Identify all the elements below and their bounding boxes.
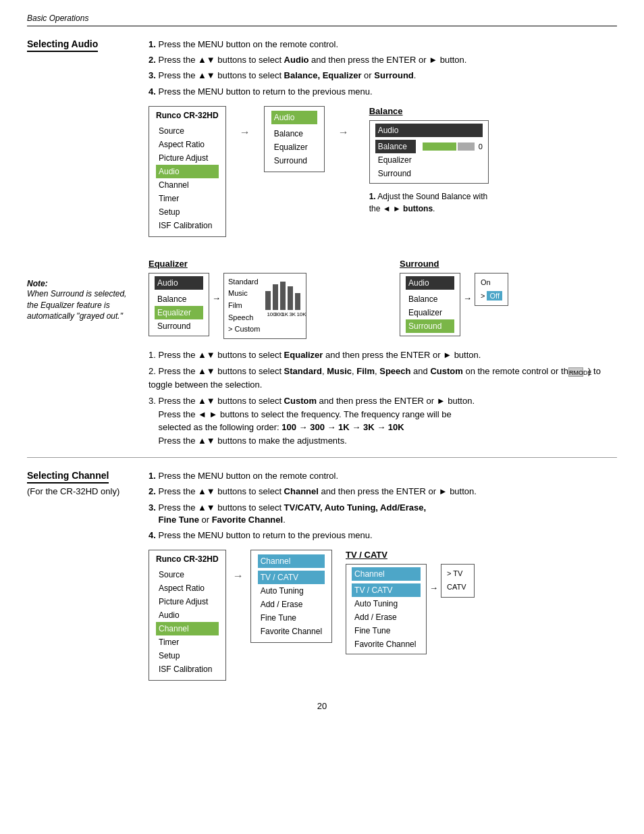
surround-sub-surround: Surround bbox=[406, 319, 454, 333]
tv-catv-adderase: Add / Erase bbox=[352, 610, 421, 624]
tv-catv-favorite: Favorite Channel bbox=[352, 637, 421, 651]
bar-3k bbox=[288, 286, 293, 310]
eq-step-1: 1. Press the ▲▼ buttons to select Equali… bbox=[149, 348, 617, 362]
menu-item-picture: Picture Adjust bbox=[156, 151, 219, 165]
surround-section: Surround Audio Balance Equalizer Surroun… bbox=[400, 259, 617, 339]
ch-menu-timer: Timer bbox=[156, 635, 219, 649]
eq-opt-standard: Standard bbox=[228, 276, 260, 288]
eq-opt-speech: Speech bbox=[228, 312, 260, 324]
tv-catv-tvcatv: TV / CATV bbox=[352, 583, 421, 597]
audio-sub-balance: Balance bbox=[271, 127, 317, 140]
surround-arrow: → bbox=[463, 273, 472, 303]
eq-submenu: Audio Balance Equalizer Surround bbox=[149, 273, 209, 336]
surround-sub-equalizer: Equalizer bbox=[406, 306, 454, 319]
audio-step-1: 1. Press the MENU button on the remote c… bbox=[149, 38, 617, 51]
bar-10k bbox=[295, 293, 300, 310]
balance-equalizer: Equalizer bbox=[375, 153, 483, 167]
arrow-1: → bbox=[240, 106, 250, 138]
tv-opt-tv: > TV bbox=[447, 567, 468, 581]
ch-arrow-1: → bbox=[233, 550, 244, 582]
audio-submenu-box: Audio Balance Equalizer Surround bbox=[264, 106, 325, 172]
bar-300 bbox=[273, 284, 278, 310]
tv-catv-options: > TV CATV bbox=[441, 564, 475, 598]
channel-diagrams: Runco CR-32HD Source Aspect Ratio Pictur… bbox=[149, 550, 617, 681]
ch-menu-picture: Picture Adjust bbox=[156, 595, 219, 608]
tv-catv-header: Channel bbox=[352, 567, 421, 581]
channel-step-1: 1. Press the MENU button on the remote c… bbox=[149, 470, 617, 482]
surround-opt-off: > Off bbox=[481, 290, 502, 303]
ch-menu-audio: Audio bbox=[156, 608, 219, 622]
note-box: Note: When Surround is selected, the Equ… bbox=[27, 279, 135, 322]
audio-sub-equalizer: Equalizer bbox=[271, 140, 317, 154]
tv-catv-finetune: Fine Tune bbox=[352, 624, 421, 637]
audio-sub-surround: Surround bbox=[271, 154, 317, 167]
section-divider bbox=[27, 457, 617, 458]
eq-surround-content: Equalizer Audio Balance Equalizer Surrou… bbox=[149, 259, 617, 450]
surround-diagram: Audio Balance Equalizer Surround → On > … bbox=[400, 273, 617, 336]
freq-3k: 3K bbox=[289, 311, 294, 317]
surround-title: Surround bbox=[400, 259, 617, 269]
tv-catv-autotuning: Auto Tuning bbox=[352, 597, 421, 610]
eq-bars-box: Standard Music Film Speech > Custom bbox=[223, 273, 306, 339]
eq-opt-music: Music bbox=[228, 288, 260, 300]
balance-title: Balance bbox=[369, 106, 489, 116]
surround-off-hl: Off bbox=[487, 291, 502, 301]
eq-options: Standard Music Film Speech > Custom bbox=[228, 276, 260, 336]
eq-freq-labels: 100 300 1K 3K 10K bbox=[265, 311, 302, 317]
bar-100 bbox=[265, 291, 271, 310]
freq-300: 300 bbox=[274, 311, 279, 317]
section-label-col: Selecting Audio bbox=[27, 38, 149, 248]
tv-catv-section: TV / CATV Channel TV / CATV Auto Tuning … bbox=[346, 550, 475, 654]
note-title: Note: bbox=[27, 279, 135, 288]
eq-opt-custom: > Custom bbox=[228, 323, 260, 336]
tv-opt-catv: CATV bbox=[447, 581, 468, 594]
audio-step-2: 2. Press the ▲▼ buttons to select Audio … bbox=[149, 54, 617, 66]
header-text: Basic Operations bbox=[27, 14, 88, 23]
menu-item-setup: Setup bbox=[156, 205, 219, 219]
channel-main-menu-container: Runco CR-32HD Source Aspect Ratio Pictur… bbox=[149, 550, 226, 681]
menu-item-source: Source bbox=[156, 124, 219, 138]
ch-menu-channel: Channel bbox=[156, 622, 219, 635]
selecting-channel-title: Selecting Channel bbox=[27, 470, 109, 484]
eq-title: Equalizer bbox=[149, 259, 366, 269]
page-number: 20 bbox=[27, 701, 617, 711]
surround-options: On > Off bbox=[475, 273, 508, 307]
channel-content: 1. Press the MENU button on the remote c… bbox=[149, 470, 617, 681]
channel-submenu-title: Channel bbox=[258, 554, 325, 568]
channel-label-col: Selecting Channel (For the CR-32HD only) bbox=[27, 470, 149, 681]
eq-surround-section: Note: When Surround is selected, the Equ… bbox=[27, 259, 617, 450]
freq-10k: 10K bbox=[296, 311, 302, 317]
selecting-audio-section: Selecting Audio 1. Press the MENU button… bbox=[27, 38, 617, 248]
channel-submenu: Channel TV / CATV Auto Tuning Add / Eras… bbox=[250, 550, 332, 643]
audio-instructions: 1. Press the MENU button on the remote c… bbox=[149, 38, 617, 98]
main-menu-box: Runco CR-32HD Source Aspect Ratio Pictur… bbox=[149, 106, 226, 237]
balance-panel: Balance Audio Balance 0 Equalizer Surrou… bbox=[369, 106, 489, 215]
audio-step-4: 4. Press the MENU button to return to th… bbox=[149, 86, 617, 98]
selecting-audio-title: Selecting Audio bbox=[27, 38, 98, 52]
surround-submenu-header: Audio bbox=[406, 276, 454, 290]
ch-sub-tvcatv: TV / CATV bbox=[258, 571, 325, 584]
section-content: 1. Press the MENU button on the remote c… bbox=[149, 38, 617, 248]
balance-note: 1. Adjust the Sound Balance withthe ◄ ► … bbox=[369, 190, 489, 215]
channel-main-menu-title: Runco CR-32HD bbox=[156, 554, 219, 564]
channel-submenu-container: Channel TV / CATV Auto Tuning Add / Eras… bbox=[250, 550, 332, 643]
balance-bar-container: 0 bbox=[423, 142, 483, 151]
surround-submenu: Audio Balance Equalizer Surround bbox=[400, 273, 460, 336]
arrow-2: → bbox=[338, 106, 349, 138]
surround-opt-on: On bbox=[481, 276, 502, 290]
ch-sub-adderase: Add / Erase bbox=[258, 598, 325, 611]
eq-step-3: 3. Press the ▲▼ buttons to select Custom… bbox=[149, 394, 617, 447]
channel-step-2: 2. Press the ▲▼ buttons to select Channe… bbox=[149, 486, 617, 498]
surround-sub-balance: Balance bbox=[406, 292, 454, 306]
tv-catv-layout: Channel TV / CATV Auto Tuning Add / Eras… bbox=[346, 564, 475, 654]
main-menu: Runco CR-32HD Source Aspect Ratio Pictur… bbox=[149, 106, 226, 237]
page-header: Basic Operations bbox=[27, 14, 617, 26]
tv-catv-submenu: Channel TV / CATV Auto Tuning Add / Eras… bbox=[346, 564, 427, 654]
eq-step-2: 2. Press the ▲▼ buttons to select Standa… bbox=[149, 365, 617, 391]
eq-submenu-header: Audio bbox=[155, 276, 203, 290]
audio-diagrams-row: Runco CR-32HD Source Aspect Ratio Pictur… bbox=[149, 106, 617, 237]
menu-item-timer: Timer bbox=[156, 192, 219, 205]
ch-menu-aspect: Aspect Ratio bbox=[156, 581, 219, 595]
channel-step-3: 3. Press the ▲▼ buttons to select TV/CAT… bbox=[149, 502, 617, 526]
eq-sub-surround: Surround bbox=[155, 319, 203, 333]
